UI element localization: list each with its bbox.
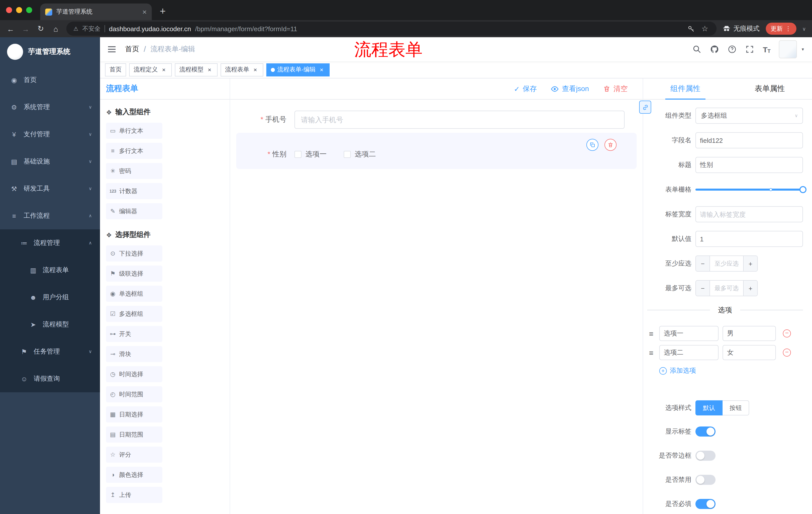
tag-3[interactable]: 流程表单× <box>221 63 263 76</box>
sidebar-item-leave-query[interactable]: ☺请假查询 <box>0 365 100 392</box>
sidebar-item-home[interactable]: ◉首页 <box>0 66 100 93</box>
sidebar-item-process-mgmt[interactable]: ≔流程管理∧ <box>0 229 100 256</box>
increase-button[interactable]: + <box>743 281 757 296</box>
increase-button[interactable]: + <box>743 256 757 271</box>
sidebar-item-system-mgmt[interactable]: ⚙系统管理∨ <box>0 93 100 121</box>
component-input[interactable]: ▭单行文本 <box>106 123 162 139</box>
toggle-on[interactable] <box>695 499 716 509</box>
security-label[interactable]: 不安全 <box>82 24 100 33</box>
key-icon[interactable] <box>687 25 696 32</box>
chevron-down-icon[interactable]: ∨ <box>802 26 806 31</box>
style-button-button[interactable]: 按钮 <box>723 400 749 415</box>
avatar[interactable] <box>779 40 797 58</box>
browser-update-button[interactable]: 更新 ⋮ <box>765 23 796 35</box>
sidebar-item-workflow[interactable]: ≡工作流程∧ <box>0 202 100 229</box>
checkbox-option-2[interactable]: 选项二 <box>344 150 376 159</box>
component-upload[interactable]: ↥上传 <box>106 487 162 503</box>
copy-field-button[interactable] <box>586 139 599 151</box>
tag-4[interactable]: 流程表单-编辑× <box>266 63 330 76</box>
decrease-button[interactable]: − <box>696 256 710 271</box>
component-switch[interactable]: ⊶开关 <box>106 326 162 342</box>
tab-component-props[interactable]: 组件属性 <box>643 78 728 99</box>
sidebar-item-process-model[interactable]: ➤流程模型 <box>0 311 100 338</box>
window-zoom-button[interactable] <box>26 7 32 13</box>
close-icon[interactable]: × <box>252 66 259 73</box>
label-width-input[interactable] <box>695 206 803 222</box>
tab-close-icon[interactable]: × <box>142 8 147 15</box>
component-time-range[interactable]: ◴时间范围 <box>106 386 162 402</box>
option-label-input[interactable] <box>659 345 719 360</box>
address-bar[interactable]: ⚠ 不安全 dashboard.yudao.iocoder.cn /bpm/ma… <box>66 22 716 36</box>
component-editor[interactable]: ✎编辑器 <box>106 203 162 219</box>
slider-handle[interactable] <box>800 186 807 193</box>
home-icon[interactable]: ⌂ <box>51 24 60 33</box>
search-icon[interactable] <box>692 45 701 54</box>
tag-2[interactable]: 流程模型× <box>175 63 218 76</box>
checkbox-option-1[interactable]: 选项一 <box>294 150 327 159</box>
canvas-field-gender-selected[interactable]: 性别 选项一 选项二 <box>236 133 637 169</box>
component-slider[interactable]: ⊸滑块 <box>106 346 162 362</box>
hamburger-icon[interactable] <box>108 45 117 54</box>
new-tab-button[interactable]: + <box>160 5 166 17</box>
component-number[interactable]: 123计数器 <box>106 183 162 199</box>
save-button[interactable]: ✓ 保存 <box>514 84 536 93</box>
sidebar-item-task-mgmt[interactable]: ⚑任务管理∨ <box>0 338 100 365</box>
component-password[interactable]: ✳密码 <box>106 163 162 179</box>
component-color[interactable]: ◑颜色选择 <box>106 467 162 483</box>
close-icon[interactable]: × <box>160 66 167 73</box>
decrease-button[interactable]: − <box>696 281 710 296</box>
bookmark-star-icon[interactable]: ☆ <box>700 24 709 33</box>
sidebar-item-infrastructure[interactable]: ▤基础设施∨ <box>0 148 100 175</box>
min-select-placeholder[interactable]: 至少应选 <box>710 256 743 271</box>
clear-button[interactable]: 清空 <box>603 84 628 93</box>
canvas-field-phone[interactable]: 手机号 <box>236 111 637 129</box>
default-value-input[interactable] <box>695 231 803 247</box>
tag-0[interactable]: 首页 <box>105 63 126 76</box>
back-icon[interactable]: ← <box>6 24 15 33</box>
remove-option-icon[interactable]: − <box>783 329 791 337</box>
component-textarea[interactable]: ≡多行文本 <box>106 143 162 159</box>
link-handle-button[interactable] <box>639 101 651 114</box>
breadcrumb-home[interactable]: 首页 <box>125 45 139 54</box>
tab-form-props[interactable]: 表单属性 <box>728 78 812 99</box>
forward-icon[interactable]: → <box>21 24 30 33</box>
component-cascader[interactable]: ⚑级联选择 <box>106 266 162 282</box>
add-option-button[interactable]: + 添加选项 <box>659 366 803 375</box>
sidebar-item-process-form[interactable]: ▥流程表单 <box>0 256 100 283</box>
option-value-input[interactable] <box>723 345 776 360</box>
style-default-button[interactable]: 默认 <box>695 400 723 415</box>
help-icon[interactable] <box>728 45 736 54</box>
window-minimize-button[interactable] <box>16 7 22 13</box>
component-checkbox[interactable]: ☑多选框组 <box>106 306 162 322</box>
component-date-range[interactable]: ▤日期范围 <box>106 427 162 442</box>
toggle-off[interactable] <box>695 451 716 461</box>
toggle-on[interactable] <box>695 427 716 437</box>
browser-tab[interactable]: 芋道管理系统 × <box>40 3 152 20</box>
close-icon[interactable]: × <box>318 66 325 73</box>
tag-1[interactable]: 流程定义× <box>129 63 172 76</box>
sidebar-item-dev-tools[interactable]: ⚒研发工具∨ <box>0 175 100 202</box>
sidebar-item-user-group[interactable]: ☻用户分组 <box>0 283 100 311</box>
delete-field-button[interactable] <box>605 139 616 151</box>
field-name-input[interactable] <box>695 132 803 148</box>
component-radio[interactable]: ◉单选框组 <box>106 286 162 302</box>
reload-icon[interactable]: ↻ <box>36 24 45 33</box>
option-value-input[interactable] <box>723 326 776 341</box>
component-time[interactable]: ◷时间选择 <box>106 366 162 382</box>
max-select-placeholder[interactable]: 最多可选 <box>710 281 743 296</box>
drag-handle-icon[interactable]: ≡ <box>647 329 655 338</box>
form-canvas[interactable]: 手机号 性别 <box>230 100 643 514</box>
component-type-select[interactable]: 多选框组 ∨ <box>695 108 803 124</box>
toggle-off[interactable] <box>695 475 716 485</box>
component-date[interactable]: ▦日期选择 <box>106 406 162 423</box>
grid-slider[interactable] <box>695 182 803 198</box>
caret-down-icon[interactable]: ▾ <box>802 47 804 52</box>
close-icon[interactable]: × <box>206 66 213 73</box>
github-icon[interactable] <box>710 45 719 54</box>
view-json-button[interactable]: 查看json <box>551 84 589 93</box>
drag-handle-icon[interactable]: ≡ <box>647 348 655 357</box>
fullscreen-icon[interactable] <box>745 45 754 54</box>
window-close-button[interactable] <box>6 7 12 13</box>
component-select[interactable]: ⊙下拉选择 <box>106 245 162 262</box>
title-input[interactable] <box>695 157 803 173</box>
